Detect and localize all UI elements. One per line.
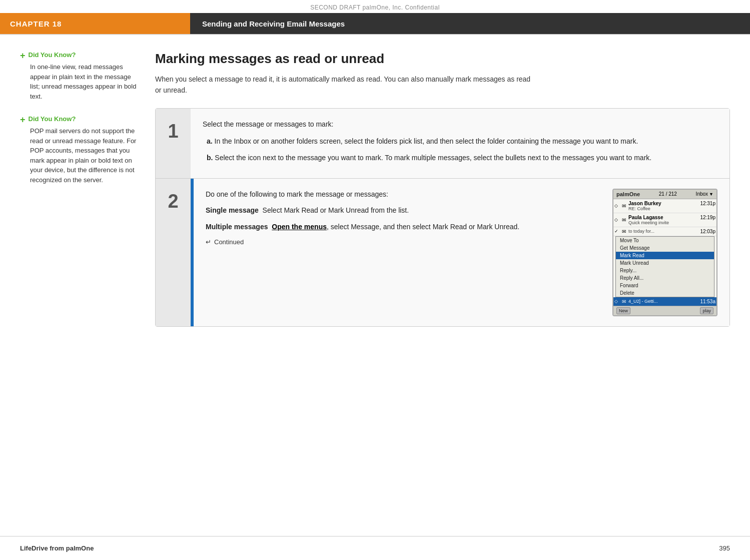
row3-subj: to today for... xyxy=(628,229,654,234)
row1-details: Jason Burkey 12:31p RE: Coffee xyxy=(628,201,715,211)
ctx-delete[interactable]: Delete xyxy=(616,289,714,297)
dyk2-text: POP mail servers do not support the read… xyxy=(30,126,138,185)
did-you-know-2: + Did You Know? POP mail servers do not … xyxy=(20,115,138,185)
ctx-reply[interactable]: Reply... xyxy=(616,267,714,274)
sidebar: + Did You Know? In one-line view, read m… xyxy=(20,51,150,532)
content-area: Marking messages as read or unread When … xyxy=(150,51,730,532)
row3-icon: ✉ xyxy=(620,229,627,234)
rowh-bullet: ◇ xyxy=(614,299,619,304)
dyk2-title: + Did You Know? xyxy=(20,115,138,124)
section-title-header: Sending and Receiving Email Messages xyxy=(190,13,750,34)
step-1-heading: Select the message or messages to mark: xyxy=(203,119,717,130)
palm-row-3: ✓ ✉ to today for... 12:03p xyxy=(613,227,716,236)
ctx-reply-all[interactable]: Reply All... xyxy=(616,274,714,282)
step-1: 1 Select the message or messages to mark… xyxy=(156,109,729,179)
palm-row-2: ◇ ✉ Paula Lagasse 12:19p Quick meeting i… xyxy=(613,213,716,227)
row3-bullet: ✓ xyxy=(614,229,619,234)
step-1b: b. Select the icon next to the message y… xyxy=(203,152,717,163)
palm-row-highlighted: ◇ ✉ 4_U2] - Getti... 11:53a xyxy=(613,297,716,306)
row2-bullet: ◇ xyxy=(614,217,619,222)
rowh-icon: ✉ xyxy=(620,299,627,304)
row2-details: Paula Lagasse 12:19p Quick meeting invit… xyxy=(628,215,715,225)
chapter-label: CHAPTER 18 xyxy=(0,13,190,34)
palm-bottom-bar: New play xyxy=(613,306,716,315)
palm-brand: palmOne xyxy=(616,191,640,197)
row1-name: Jason Burkey xyxy=(628,201,661,206)
ctx-mark-unread[interactable]: Mark Unread xyxy=(616,259,714,267)
palm-inbox-label: Inbox xyxy=(696,191,708,197)
step-2-multiple: Multiple messages Open the menus, select… xyxy=(206,221,602,232)
footer-product-name: LifeDrive from palmOne xyxy=(20,544,94,552)
palm-row-1: ◇ ✉ Jason Burkey 12:31p RE: Coffee xyxy=(613,199,716,213)
dyk1-text: In one-line view, read messages appear i… xyxy=(30,62,138,101)
ctx-move-to: Move To xyxy=(616,237,714,244)
row2-icon: ✉ xyxy=(620,217,627,223)
open-the-menus-link[interactable]: Open the menus xyxy=(272,223,327,231)
dyk1-plus-icon: + xyxy=(20,51,26,60)
step-2-number: 2 xyxy=(156,179,191,326)
footer: LifeDrive from palmOne 395 xyxy=(0,536,750,560)
row1-top: Jason Burkey 12:31p xyxy=(628,201,715,206)
palm-header: palmOne 21 / 212 Inbox ▼ xyxy=(613,190,716,199)
palm-count: 21 / 212 xyxy=(659,191,677,197)
palm-play-btn[interactable]: play xyxy=(700,307,713,314)
rowh-details: 4_U2] - Getti... 11:53a xyxy=(628,299,715,304)
row1-subj: RE: Coffee xyxy=(628,206,715,211)
step-2-content: Do one of the following to mark the mess… xyxy=(194,179,729,326)
header-bar: CHAPTER 18 Sending and Receiving Email M… xyxy=(0,13,750,35)
row1-bullet: ◇ xyxy=(614,203,619,208)
continued-arrow-icon: ↵ xyxy=(206,238,211,246)
palm-context-menu: Move To Get Message Mark Read Mark Unrea… xyxy=(615,236,714,297)
row3-details: to today for... 12:03p xyxy=(628,229,715,234)
page-title: Marking messages as read or unread xyxy=(155,51,730,67)
palm-spacer xyxy=(632,307,698,314)
palm-dropdown-arrow-icon: ▼ xyxy=(709,192,713,197)
step-2-inner: Do one of the following to mark the mess… xyxy=(206,189,717,316)
row2-name: Paula Lagasse xyxy=(628,215,663,220)
row3-time: 12:03p xyxy=(700,229,715,234)
palm-new-btn[interactable]: New xyxy=(616,307,630,314)
ctx-forward[interactable]: Forward xyxy=(616,282,714,289)
rowh-time: 11:53a xyxy=(700,299,715,304)
step-1-number: 1 xyxy=(156,109,191,178)
section-intro: When you select a message to read it, it… xyxy=(155,74,535,96)
step-2-text: Do one of the following to mark the mess… xyxy=(206,189,602,316)
row1-time: 12:31p xyxy=(700,201,715,206)
ctx-get-message: Get Message xyxy=(616,244,714,252)
step-1-content: Select the message or messages to mark: … xyxy=(191,109,729,178)
palm-device-screenshot: palmOne 21 / 212 Inbox ▼ ◇ ✉ xyxy=(612,189,717,316)
palm-inbox-area: Inbox ▼ xyxy=(696,191,713,197)
dyk2-plus-icon: + xyxy=(20,115,26,124)
row2-time: 12:19p xyxy=(700,215,715,220)
row2-top: Paula Lagasse 12:19p xyxy=(628,215,715,220)
did-you-know-1: + Did You Know? In one-line view, read m… xyxy=(20,51,138,101)
rowh-subj: 4_U2] - Getti... xyxy=(628,299,658,304)
watermark: SECOND DRAFT palmOne, Inc. Confidential xyxy=(0,0,750,13)
dyk1-title: + Did You Know? xyxy=(20,51,138,60)
row1-icon: ✉ xyxy=(620,203,627,209)
steps-container: 1 Select the message or messages to mark… xyxy=(155,108,730,327)
step-2: 2 Do one of the following to mark the me… xyxy=(156,179,729,326)
main-content: + Did You Know? In one-line view, read m… xyxy=(0,35,750,532)
step-1a: a. In the Inbox or on another folders sc… xyxy=(203,136,717,147)
ctx-mark-read[interactable]: Mark Read xyxy=(616,252,714,259)
continued-label: ↵ Continued xyxy=(206,238,602,246)
row2-subj: Quick meeting invite xyxy=(628,220,715,225)
step-2-heading: Do one of the following to mark the mess… xyxy=(206,189,602,200)
footer-page-number: 395 xyxy=(719,544,730,552)
step-2-single: Single message Select Mark Read or Mark … xyxy=(206,205,602,216)
